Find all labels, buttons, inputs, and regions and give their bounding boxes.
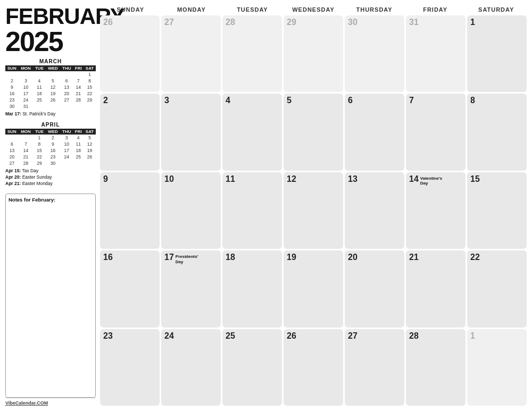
main-calendar: SUNDAY MONDAY TUESDAY WEDNESDAY THURSDAY… xyxy=(100,5,527,406)
day-headers: SUNDAY MONDAY TUESDAY WEDNESDAY THURSDAY… xyxy=(100,5,527,14)
cell-feb19[interactable]: 19 xyxy=(284,250,343,327)
cell-feb23[interactable]: 23 xyxy=(100,329,160,406)
cell-mar1[interactable]: 1 xyxy=(467,329,527,406)
header-saturday: SATURDAY xyxy=(466,5,527,14)
cell-feb26[interactable]: 26 xyxy=(284,329,343,406)
march-table: SUN MON TUE WED THU FRI SAT 1 2345678 91… xyxy=(5,65,96,110)
cell-feb18[interactable]: 18 xyxy=(222,250,282,327)
sidebar: FEBRUARY 2025 MARCH SUN MON TUE WED THU … xyxy=(5,5,100,406)
cell-feb10[interactable]: 10 xyxy=(161,172,221,249)
cell-feb24[interactable]: 24 xyxy=(161,329,221,406)
notes-box[interactable]: Notes for February: xyxy=(5,194,96,398)
cell-jan30[interactable]: 30 xyxy=(345,15,404,92)
cell-feb9[interactable]: 9 xyxy=(100,172,160,249)
cell-jan29[interactable]: 29 xyxy=(284,15,343,92)
april-notes: Apr 15: Tax Day Apr 20: Easter Sunday Ap… xyxy=(5,168,96,187)
march-sat: SAT xyxy=(84,65,96,71)
cell-feb16[interactable]: 16 xyxy=(100,250,160,327)
cell-feb28[interactable]: 28 xyxy=(406,329,466,406)
cell-feb1[interactable]: 1 xyxy=(467,15,527,92)
cell-feb4[interactable]: 4 xyxy=(222,94,282,170)
cell-jan28[interactable]: 28 xyxy=(222,15,282,92)
march-title: MARCH xyxy=(5,58,96,64)
cell-feb12[interactable]: 12 xyxy=(284,172,343,249)
march-wed: WED xyxy=(46,65,60,71)
april-title: APRIL xyxy=(5,122,96,128)
cell-feb27[interactable]: 27 xyxy=(345,329,404,406)
cell-feb5[interactable]: 5 xyxy=(284,94,343,170)
calendar-grid: 26 27 28 29 30 31 1 2 xyxy=(100,15,527,406)
header-wednesday: WEDNESDAY xyxy=(283,5,344,14)
march-tue: TUE xyxy=(33,65,46,71)
cell-jan27[interactable]: 27 xyxy=(161,15,221,92)
march-mini-calendar: MARCH SUN MON TUE WED THU FRI SAT 1 2345… xyxy=(5,58,96,118)
header-thursday: THURSDAY xyxy=(344,5,405,14)
header-tuesday: TUESDAY xyxy=(222,5,283,14)
brand-text: VibeCalendar.COM xyxy=(5,400,48,406)
cell-feb20[interactable]: 20 xyxy=(345,250,404,327)
month-title: FEBRUARY xyxy=(5,5,96,28)
march-mon: MON xyxy=(19,65,33,71)
cell-feb21[interactable]: 21 xyxy=(406,250,466,327)
header-sunday: SUNDAY xyxy=(100,5,161,14)
presidents-day-event: Presidents'Day xyxy=(176,254,198,264)
march-fri: FRI xyxy=(73,65,84,71)
cell-feb7[interactable]: 7 xyxy=(406,94,466,170)
cell-feb15[interactable]: 15 xyxy=(467,172,527,249)
notes-label: Notes for February: xyxy=(9,197,93,203)
cell-feb11[interactable]: 11 xyxy=(222,172,282,249)
april-mini-calendar: APRIL SUN MON TUE WED THU FRI SAT 12345 … xyxy=(5,122,96,187)
march-notes: Mar 17: St. Patrick's Day xyxy=(5,111,96,118)
cell-feb17[interactable]: 17 Presidents'Day xyxy=(161,250,221,327)
march-sun: SUN xyxy=(5,65,19,71)
cell-feb3[interactable]: 3 xyxy=(161,94,221,170)
march-thu: THU xyxy=(60,65,73,71)
cell-feb8[interactable]: 8 xyxy=(467,94,527,170)
header-friday: FRIDAY xyxy=(405,5,466,14)
cell-feb13[interactable]: 13 xyxy=(345,172,404,249)
cell-jan31[interactable]: 31 xyxy=(406,15,466,92)
cell-feb22[interactable]: 22 xyxy=(467,250,527,327)
cell-jan26[interactable]: 26 xyxy=(100,15,160,92)
calendar-wrapper: FEBRUARY 2025 MARCH SUN MON TUE WED THU … xyxy=(0,0,532,411)
cell-feb25[interactable]: 25 xyxy=(222,329,282,406)
cell-feb6[interactable]: 6 xyxy=(345,94,404,170)
header-monday: MONDAY xyxy=(161,5,222,14)
april-table: SUN MON TUE WED THU FRI SAT 12345 678910… xyxy=(5,129,96,166)
cell-feb14[interactable]: 14 Valentine'sDay xyxy=(406,172,466,249)
cell-feb2[interactable]: 2 xyxy=(100,94,160,170)
year-title: 2025 xyxy=(5,28,96,55)
valentines-day-event: Valentine'sDay xyxy=(420,176,442,186)
brand-label: VibeCalendar.COM xyxy=(5,398,96,406)
